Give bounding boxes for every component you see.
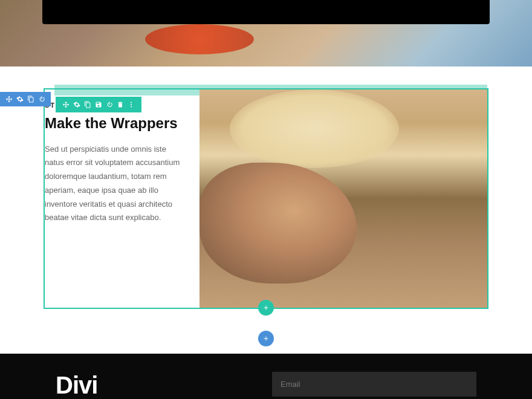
row-toolbar	[0, 92, 51, 106]
content-section[interactable]: STEP-01 Make the Wrappers Sed ut perspic…	[44, 88, 488, 309]
trash-icon[interactable]	[115, 99, 126, 110]
save-icon[interactable]	[93, 99, 104, 110]
footer-left: Divi	[56, 372, 110, 399]
footer-logo: Divi	[56, 372, 110, 399]
duplicate-icon[interactable]	[25, 94, 36, 105]
add-row-button[interactable]	[258, 331, 274, 346]
duplicate-icon[interactable]	[82, 99, 93, 110]
footer: Divi SUBSCRIBE	[0, 354, 532, 399]
power-icon[interactable]	[36, 94, 47, 105]
email-field[interactable]	[272, 372, 476, 397]
move-icon[interactable]	[4, 94, 15, 105]
gear-icon[interactable]	[15, 94, 25, 105]
move-icon[interactable]	[60, 99, 71, 110]
step-image	[199, 89, 487, 308]
text-column: STEP-01 Make the Wrappers Sed ut perspic…	[45, 89, 199, 308]
add-row-wrapper	[0, 327, 532, 354]
more-icon[interactable]	[126, 99, 137, 110]
svg-point-1	[131, 104, 132, 105]
step-title: Make the Wrappers	[45, 115, 185, 132]
gear-icon[interactable]	[71, 99, 82, 110]
svg-point-2	[131, 106, 132, 108]
add-section-button[interactable]	[258, 300, 274, 316]
svg-point-0	[131, 102, 132, 103]
power-icon[interactable]	[104, 99, 115, 110]
hero-image	[0, 0, 532, 66]
section-toolbar	[56, 97, 141, 112]
footer-right: SUBSCRIBE	[272, 372, 476, 399]
section-wrapper: STEP-01 Make the Wrappers Sed ut perspic…	[0, 88, 532, 327]
step-body: Sed ut perspiciatis unde omnis iste natu…	[45, 143, 185, 225]
